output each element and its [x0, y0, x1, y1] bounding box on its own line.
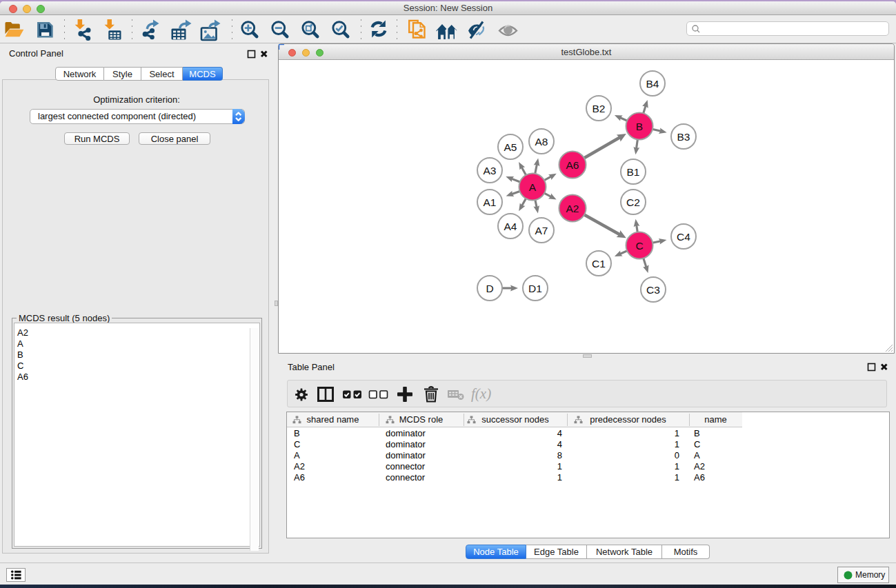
svg-text:A5: A5	[504, 141, 517, 153]
svg-text:B: B	[636, 121, 643, 132]
svg-text:B3: B3	[677, 131, 690, 143]
svg-text:C2: C2	[626, 196, 640, 208]
svg-text:A2: A2	[566, 203, 579, 214]
svg-text:A: A	[529, 181, 537, 193]
svg-text:A7: A7	[535, 225, 548, 236]
svg-text:C: C	[635, 240, 643, 252]
svg-text:A6: A6	[566, 159, 579, 171]
svg-text:A8: A8	[535, 136, 548, 148]
svg-text:A1: A1	[484, 196, 497, 208]
svg-text:B1: B1	[627, 166, 640, 178]
svg-text:C1: C1	[592, 258, 606, 270]
svg-text:B2: B2	[593, 103, 606, 114]
svg-text:B4: B4	[646, 78, 659, 90]
svg-text:D: D	[486, 283, 493, 294]
svg-text:A3: A3	[484, 165, 497, 176]
svg-text:D1: D1	[528, 283, 542, 294]
svg-text:C3: C3	[646, 284, 660, 296]
svg-text:C4: C4	[677, 231, 690, 243]
svg-text:A4: A4	[504, 221, 517, 232]
